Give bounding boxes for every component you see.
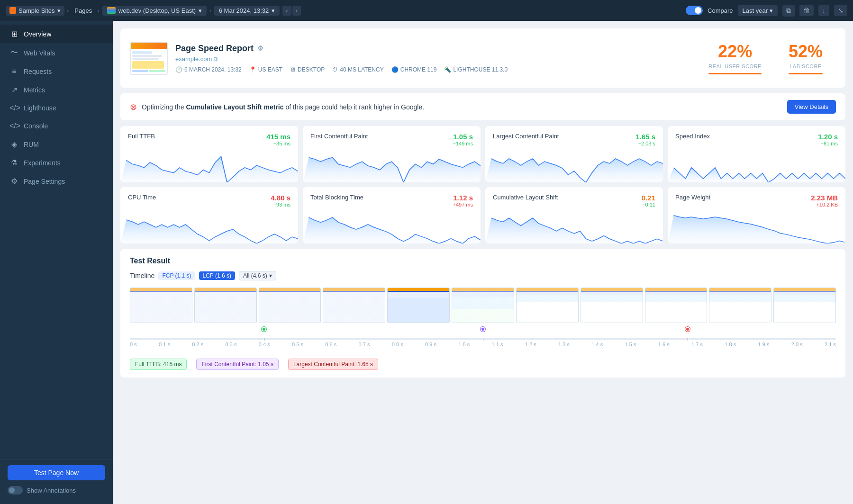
- ruler-tick: 1.6 s: [658, 342, 670, 347]
- svg-marker-0: [120, 157, 298, 182]
- metric-value: 1.12 s: [453, 194, 473, 202]
- show-annotations-label: Show Annotations: [27, 487, 76, 494]
- next-arrow[interactable]: ›: [292, 6, 301, 16]
- last-year-label: Last year: [743, 7, 768, 14]
- metric-value-block: 2.23 MB +10.2 KB: [811, 194, 838, 207]
- view-details-button[interactable]: View Details: [787, 100, 836, 114]
- sidebar-label-page-settings: Page Settings: [24, 178, 65, 185]
- frame-content-2: [259, 288, 321, 323]
- real-user-score-label: REAL USER SCORE: [708, 63, 762, 69]
- metric-header: Largest Contentful Paint 1.65 s −2.03 s: [493, 133, 655, 146]
- metrics-icon: ↗: [9, 85, 19, 94]
- sample-sites-nav[interactable]: Sample Sites ▾: [6, 6, 64, 16]
- frame-content-8: [645, 288, 707, 323]
- ruler-tick: 1.0 s: [458, 342, 470, 347]
- metric-card-cumulative-layout-shift[interactable]: Cumulative Layout Shift 0.21 −0.11: [485, 187, 663, 243]
- pages-nav[interactable]: Pages: [72, 6, 95, 16]
- breadcrumb-sep-2: ›: [98, 8, 100, 13]
- timeline-frame-0: [130, 288, 192, 323]
- report-title: Page Speed Report ⚙: [175, 44, 687, 54]
- metric-card-total-blocking-time[interactable]: Total Blocking Time 1.12 s +497 ms: [303, 187, 481, 243]
- timeline-frame-1: [194, 288, 257, 323]
- sidebar-item-metrics[interactable]: ↗ Metrics: [0, 81, 113, 99]
- svg-marker-7: [668, 216, 845, 243]
- timeline-header: Timeline FCP (1.1 s) LCP (1.6 s) All (4.…: [130, 271, 836, 280]
- metric-name: Full TTFB: [128, 133, 155, 140]
- ruler-tick: 1.5 s: [625, 342, 636, 347]
- sidebar-label-web-vitals: Web Vitals: [24, 49, 55, 57]
- open-new-tab-button[interactable]: ⧉: [782, 5, 795, 17]
- alert-icon: ⊗: [130, 102, 137, 112]
- latency-icon: ⏱: [332, 66, 338, 73]
- metric-header: Speed Index 1.20 s −81 ms: [675, 133, 838, 146]
- ruler-track: [130, 338, 836, 340]
- metric-card-page-weight[interactable]: Page Weight 2.23 MB +10.2 KB: [668, 187, 845, 243]
- sidebar-item-page-settings[interactable]: ⚙ Page Settings: [0, 172, 113, 190]
- prev-arrow[interactable]: ‹: [282, 6, 291, 16]
- ruler-tick: 0.3 s: [226, 342, 237, 347]
- meta-latency: ⏱ 40 MS LATENCY: [332, 66, 383, 73]
- meta-lighthouse: 🔦 LIGHTHOUSE 11.3.0: [444, 66, 508, 73]
- metric-card-speed-index[interactable]: Speed Index 1.20 s −81 ms: [668, 126, 845, 182]
- breadcrumb-sep-3: ›: [209, 8, 211, 13]
- sidebar-item-experiments[interactable]: ⚗ Experiments: [0, 153, 113, 172]
- metric-delta: −0.11: [642, 202, 655, 207]
- metric-card-largest-contentful-paint[interactable]: Largest Contentful Paint 1.65 s −2.03 s: [485, 126, 663, 182]
- metric-card-full-ttfb[interactable]: Full TTFB 415 ms −35 ms: [120, 126, 298, 182]
- chevron-down-icon-timeline: ▾: [269, 272, 272, 279]
- fcp-badge[interactable]: FCP (1.1 s): [158, 271, 195, 280]
- frame-content-9: [709, 288, 771, 323]
- compare-label: Compare: [708, 7, 733, 14]
- date-nav[interactable]: 6 Mar 2024, 13:32 ▾: [214, 6, 280, 16]
- metric-value-block: 1.05 s −149 ms: [453, 133, 473, 146]
- timeline-frame-5: [452, 288, 514, 323]
- meta-date-text: 6 MARCH 2024, 13:32: [184, 66, 242, 73]
- last-year-button[interactable]: Last year ▾: [738, 5, 778, 16]
- sidebar-label-console: Console: [24, 122, 48, 130]
- sidebar-item-console[interactable]: </> Console: [0, 117, 113, 135]
- lcp-badge[interactable]: LCP (1.6 s): [199, 271, 235, 280]
- ruler-tick: 0.1 s: [159, 342, 170, 347]
- meta-date: 🕐 6 MARCH 2024, 13:32: [175, 66, 242, 73]
- top-navigation: Sample Sites ▾ › Pages › web.dev (Deskto…: [0, 0, 853, 21]
- annotations-toggle[interactable]: [8, 486, 23, 495]
- desktop-icon: 🖥: [290, 66, 296, 73]
- sparkline: [485, 149, 663, 182]
- compare-toggle[interactable]: [686, 6, 703, 15]
- metric-card-first-contentful-paint[interactable]: First Contentful Paint 1.05 s −149 ms: [303, 126, 481, 182]
- report-header: Page Speed Report ⚙ example.com ⧉ 🕐 6 MA…: [120, 28, 845, 88]
- metric-header: Full TTFB 415 ms −35 ms: [128, 133, 290, 146]
- test-page-now-button[interactable]: Test Page Now: [8, 465, 105, 480]
- all-dropdown[interactable]: All (4.6 s) ▾: [239, 271, 276, 280]
- overview-icon: ⊞: [9, 29, 19, 38]
- sidebar-item-rum[interactable]: ◈ RUM: [0, 135, 113, 153]
- frame-content-6: [517, 288, 578, 323]
- content-area: Page Speed Report ⚙ example.com ⧉ 🕐 6 MA…: [113, 21, 853, 504]
- ruler-tick: 1.8 s: [725, 342, 736, 347]
- sidebar-item-web-vitals[interactable]: 〜 Web Vitals: [0, 43, 113, 63]
- metrics-grid: Full TTFB 415 ms −35 ms First Contentful…: [120, 126, 845, 243]
- sidebar-item-overview[interactable]: ⊞ Overview: [0, 25, 113, 43]
- sparkline: [485, 210, 663, 243]
- real-user-score-value: 22%: [708, 42, 762, 62]
- timeline-frame-2: [259, 288, 321, 323]
- sidebar-label-lighthouse: Lighthouse: [24, 104, 56, 112]
- url-nav[interactable]: web.dev (Desktop, US East) ▾: [102, 6, 207, 16]
- download-button[interactable]: ↓: [818, 5, 829, 16]
- sidebar-item-requests[interactable]: ≡ Requests: [0, 63, 113, 81]
- chevron-down-icon-date: ▾: [272, 7, 275, 14]
- metric-card-cpu-time[interactable]: CPU Time 4.80 s −93 ms: [120, 187, 298, 243]
- alert-metric: Cumulative Layout Shift metric: [186, 103, 283, 111]
- external-link-icon: ⧉: [214, 56, 218, 62]
- timeline-frame-3: [323, 288, 385, 323]
- share-button[interactable]: ⤡: [834, 5, 847, 16]
- settings-icon[interactable]: ⚙: [257, 45, 263, 52]
- ruler-tick: 1.2 s: [525, 342, 536, 347]
- metric-delta: −149 ms: [453, 141, 473, 146]
- metric-header: Cumulative Layout Shift 0.21 −0.11: [493, 194, 655, 207]
- delete-button[interactable]: 🗑: [799, 5, 814, 16]
- meta-device-text: DESKTOP: [298, 66, 325, 73]
- metric-header: Page Weight 2.23 MB +10.2 KB: [675, 194, 838, 207]
- sidebar-item-lighthouse[interactable]: </> Lighthouse: [0, 99, 113, 117]
- chevron-down-icon: ▾: [57, 7, 61, 14]
